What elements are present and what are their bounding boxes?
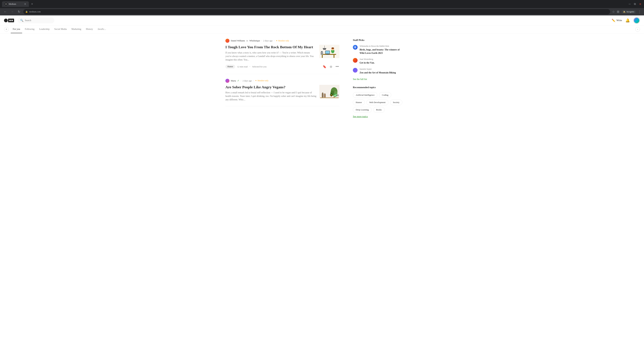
svg-rect-1 bbox=[6, 4, 6, 4]
staff-picks-section: Staff Picks Wikimedia in Down the Rabbit… bbox=[353, 39, 403, 81]
user-avatar bbox=[634, 17, 640, 23]
tabs-scroll-right[interactable]: › bbox=[635, 27, 640, 32]
svg-rect-23 bbox=[322, 93, 324, 97]
staff-pick-meta-3: Quentin Septer bbox=[360, 68, 403, 70]
article-illustration-2 bbox=[319, 85, 340, 98]
article-meta-2: Maria ✓ · 2 days ago · ✦ Member-only bbox=[226, 79, 340, 83]
tab-following[interactable]: Following bbox=[23, 25, 36, 33]
tab-following-label: Following bbox=[25, 28, 34, 30]
tab-marketing[interactable]: Marketing bbox=[70, 25, 83, 33]
search-icon: 🔍 bbox=[20, 19, 24, 22]
add-topic-button[interactable]: + bbox=[4, 27, 9, 32]
user-avatar-ring[interactable] bbox=[633, 17, 640, 24]
write-button[interactable]: ✏️ Write bbox=[612, 18, 622, 22]
footer-dot: · bbox=[250, 65, 250, 68]
tab-history[interactable]: History bbox=[84, 25, 95, 33]
browser-tabs: Medium ✕ + bbox=[2, 1, 626, 7]
search-placeholder: Search bbox=[25, 19, 31, 22]
read-time: 12 min read bbox=[237, 65, 248, 68]
active-tab[interactable]: Medium ✕ bbox=[2, 1, 29, 7]
staff-pick-title-3[interactable]: Zen and the Art of Mountain Biking bbox=[360, 71, 403, 74]
less-button[interactable]: ⊖ bbox=[329, 64, 333, 69]
topic-books[interactable]: Books bbox=[373, 107, 384, 113]
svg-rect-6 bbox=[322, 55, 323, 58]
article-card: Daniel Williams in Wholistique · 2 days … bbox=[226, 39, 340, 74]
svg-rect-7 bbox=[334, 55, 334, 58]
author-avatar bbox=[226, 39, 230, 43]
logo-circle bbox=[4, 18, 8, 22]
author-name-2[interactable]: Maria bbox=[231, 79, 236, 82]
article-title[interactable]: I Tough Love You From The Rock Bottom Of… bbox=[226, 45, 317, 50]
staff-pick-author-2[interactable]: Joan Westenberg bbox=[360, 58, 373, 60]
member-label: Member-only bbox=[278, 39, 289, 42]
svg-rect-35 bbox=[337, 95, 338, 95]
verified-icon: ✓ bbox=[237, 79, 239, 82]
staff-pick-author-1[interactable]: Wikimedia bbox=[360, 45, 368, 47]
author-name[interactable]: Daniel Williams bbox=[231, 39, 245, 42]
close-button[interactable]: ✕ bbox=[638, 2, 642, 6]
forward-button[interactable]: → bbox=[10, 9, 15, 14]
member-label-2: Member-only bbox=[258, 79, 268, 82]
restore-button[interactable]: ⧉ bbox=[633, 2, 636, 6]
svg-rect-10 bbox=[327, 54, 328, 54]
staff-pick-avatar-2 bbox=[353, 58, 358, 63]
tab-for-you[interactable]: For you bbox=[11, 25, 22, 33]
see-full-list-link[interactable]: See the full list bbox=[353, 78, 367, 80]
staff-pick-title-1[interactable]: Birds, bugs, and beauty: The winners of … bbox=[360, 48, 403, 55]
topic-coding[interactable]: Coding bbox=[379, 92, 391, 98]
more-options-button[interactable]: ••• bbox=[335, 64, 340, 69]
tab-close-button[interactable]: ✕ bbox=[24, 3, 26, 5]
topic-deep-learning[interactable]: Deep Learning bbox=[353, 107, 372, 113]
staff-pick-author-3[interactable]: Quentin Septer bbox=[360, 68, 372, 70]
topic-society[interactable]: Society bbox=[390, 99, 402, 105]
window-controls: ─ ⧉ ✕ bbox=[628, 2, 642, 6]
svg-point-14 bbox=[332, 47, 334, 49]
search-bar[interactable]: 🔍 Search bbox=[18, 17, 54, 23]
back-button[interactable]: ← bbox=[3, 9, 8, 14]
publication-name[interactable]: Wholistique bbox=[250, 39, 260, 42]
staff-pick-item-2: Joan Westenberg Get in the Van. bbox=[353, 58, 403, 64]
article-footer: Humor 12 min read · Selected for you 🔖 ⊖… bbox=[226, 64, 340, 69]
reload-button[interactable]: ↻ bbox=[17, 9, 21, 14]
address-bar[interactable]: 🔒 medium.com bbox=[23, 9, 610, 14]
tab-leadership-label: Leadership bbox=[39, 28, 50, 30]
write-label: Write bbox=[616, 19, 622, 22]
meta-dot-3: · bbox=[241, 79, 241, 82]
svg-point-33 bbox=[331, 95, 332, 96]
staff-pick-pub-1[interactable]: Down the Rabbit Hole bbox=[371, 45, 389, 47]
write-icon: ✏️ bbox=[612, 18, 615, 22]
menu-icon[interactable]: ⋮ bbox=[638, 10, 641, 14]
tab-leadership[interactable]: Leadership bbox=[37, 25, 52, 33]
topic-humor[interactable]: Humor bbox=[353, 99, 365, 105]
bookmark-icon[interactable]: ☆ bbox=[612, 10, 615, 13]
sidebar: Staff Picks Wikimedia in Down the Rabbit… bbox=[353, 39, 403, 123]
article-tag[interactable]: Humor bbox=[226, 65, 235, 68]
notification-bell[interactable]: 🔔 bbox=[626, 18, 630, 23]
star-icon: ✦ bbox=[276, 39, 278, 42]
minimize-button[interactable]: ─ bbox=[628, 2, 631, 6]
article-thumbnail bbox=[319, 45, 340, 58]
save-button[interactable]: 🔖 bbox=[322, 64, 327, 69]
topic-ai[interactable]: Artificial Intelligence bbox=[353, 92, 377, 98]
member-only-badge-2: ✦ Member-only bbox=[255, 79, 268, 82]
tab-javascript[interactable]: JavaSc... bbox=[96, 25, 108, 33]
svg-rect-25 bbox=[324, 94, 326, 97]
incognito-icon: 🕵️ bbox=[623, 10, 626, 13]
article-card: Maria ✓ · 2 days ago · ✦ Member-only Are… bbox=[226, 79, 340, 106]
new-tab-button[interactable]: + bbox=[30, 2, 34, 6]
see-more-topics-link[interactable]: See more topics bbox=[353, 115, 403, 118]
logo-rect bbox=[8, 18, 14, 22]
extension-icon[interactable]: ⊞ bbox=[617, 10, 619, 13]
staff-pick-title-2[interactable]: Get in the Van. bbox=[360, 61, 403, 64]
svg-rect-26 bbox=[324, 93, 325, 94]
tab-social-media[interactable]: Social Media bbox=[52, 25, 69, 33]
topic-webdev[interactable]: Web Development bbox=[366, 99, 388, 105]
article-title-2[interactable]: Are Sober People Like Angry Vegans? bbox=[226, 85, 317, 90]
tab-favicon bbox=[5, 3, 8, 5]
medium-logo[interactable] bbox=[4, 18, 14, 22]
svg-point-17 bbox=[321, 51, 322, 52]
article-time: 2 days ago bbox=[263, 39, 273, 42]
recommended-topics-section: Recommended topics Artificial Intelligen… bbox=[353, 86, 403, 118]
author-pub-sep: in bbox=[246, 39, 248, 42]
svg-rect-36 bbox=[337, 95, 338, 96]
